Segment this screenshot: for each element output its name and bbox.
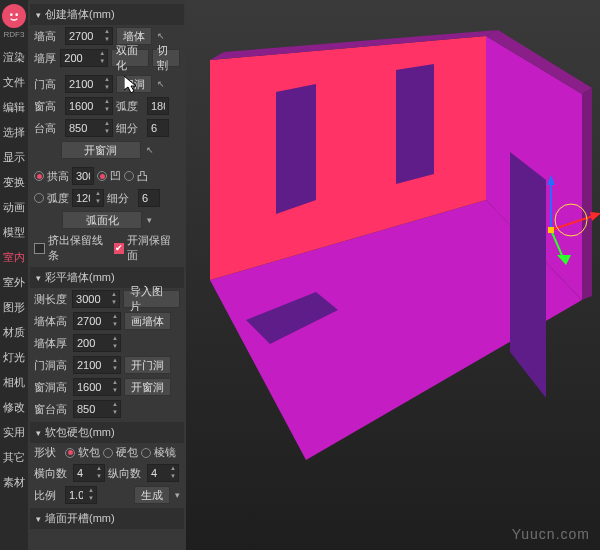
- sill-spinner[interactable]: ▲▼: [65, 119, 113, 137]
- nav-file[interactable]: 文件: [3, 70, 25, 95]
- picker-icon[interactable]: ↖: [157, 31, 165, 41]
- app-logo-label: RDF3: [4, 30, 25, 39]
- open-window-button[interactable]: 开窗洞: [61, 141, 141, 159]
- sill2-label: 窗台高: [34, 402, 70, 417]
- wnh-label: 窗洞高: [34, 380, 70, 395]
- soft-radio[interactable]: 软包: [65, 445, 100, 460]
- len-input[interactable]: [73, 293, 109, 305]
- dh-label: 门洞高: [34, 358, 70, 373]
- seg-input[interactable]: [148, 122, 168, 134]
- arch-h-spinner[interactable]: [72, 167, 94, 185]
- dropdown-icon[interactable]: ▾: [175, 490, 180, 500]
- cut-button[interactable]: 切割: [152, 49, 180, 67]
- nav-interior[interactable]: 室内: [3, 245, 25, 270]
- nav-modify[interactable]: 修改: [3, 395, 25, 420]
- arc-face-button[interactable]: 弧面化: [62, 211, 142, 229]
- sill2-input[interactable]: [74, 403, 110, 415]
- nav-material[interactable]: 材质: [3, 320, 25, 345]
- up-arrow-icon[interactable]: ▲: [102, 28, 112, 36]
- arc2-spinner[interactable]: ▲▼: [72, 189, 104, 207]
- nav-anim[interactable]: 动画: [3, 195, 25, 220]
- nav-display[interactable]: 显示: [3, 145, 25, 170]
- ratio-spinner[interactable]: ▲▼: [65, 486, 97, 504]
- nav-assets[interactable]: 素材: [3, 470, 25, 495]
- section-soft[interactable]: ▾软包硬包(mm): [30, 422, 184, 443]
- svg-point-0: [10, 13, 13, 16]
- draw-wall-button[interactable]: 画墙体: [124, 312, 171, 330]
- 3d-viewport[interactable]: Yuucn.com: [186, 0, 600, 550]
- ratio-input[interactable]: [66, 489, 86, 501]
- section-title: 创建墙体(mm): [45, 7, 115, 22]
- nav-model[interactable]: 模型: [3, 220, 25, 245]
- import-image-button[interactable]: 导入图片: [123, 290, 180, 308]
- concave-radio[interactable]: 凹: [97, 169, 121, 184]
- prism-radio[interactable]: 棱镜: [141, 445, 176, 460]
- win-h-input[interactable]: [66, 100, 102, 112]
- open-door-button[interactable]: 开门洞: [124, 356, 171, 374]
- arc-spinner[interactable]: [147, 97, 169, 115]
- seg2-spinner[interactable]: [138, 189, 160, 207]
- arc-radio[interactable]: 弧度: [34, 191, 69, 206]
- arc2-input[interactable]: [73, 192, 93, 204]
- sill2-spinner[interactable]: ▲▼: [73, 400, 121, 418]
- section-slot[interactable]: ▾墙面开槽(mm): [30, 508, 184, 529]
- len-spinner[interactable]: ▲▼: [72, 290, 120, 308]
- seg2-input[interactable]: [139, 192, 159, 204]
- door-h-spinner[interactable]: ▲▼: [65, 75, 113, 93]
- hard-radio[interactable]: 硬包: [103, 445, 138, 460]
- picker-icon[interactable]: ↖: [146, 145, 154, 155]
- chevron-down-icon: ▾: [36, 514, 41, 524]
- dh-input[interactable]: [74, 359, 110, 371]
- chevron-down-icon: ▾: [36, 10, 41, 20]
- vcnt-input[interactable]: [148, 467, 168, 479]
- picker-icon[interactable]: ↖: [157, 79, 165, 89]
- extrude-keep-checkbox[interactable]: 挤出保留线条: [34, 233, 111, 263]
- vcnt-spinner[interactable]: ▲▼: [147, 464, 179, 482]
- dh-spinner[interactable]: ▲▼: [73, 356, 121, 374]
- wt-input[interactable]: [74, 337, 110, 349]
- nav-other[interactable]: 其它: [3, 445, 25, 470]
- wall-height-input[interactable]: [66, 30, 102, 42]
- nav-edit[interactable]: 编辑: [3, 95, 25, 120]
- sill-input[interactable]: [66, 122, 102, 134]
- hcnt-input[interactable]: [74, 467, 94, 479]
- nav-transform[interactable]: 变换: [3, 170, 25, 195]
- door-button[interactable]: 门洞: [116, 75, 152, 93]
- watermark: Yuucn.com: [512, 526, 590, 542]
- wall-height-spinner[interactable]: ▲▼: [65, 27, 113, 45]
- section-create-wall[interactable]: ▾创建墙体(mm): [30, 4, 184, 25]
- wnh-spinner[interactable]: ▲▼: [73, 378, 121, 396]
- nav-render[interactable]: 渲染: [3, 45, 25, 70]
- wall-thick-input[interactable]: [61, 52, 97, 64]
- open-window-button2[interactable]: 开窗洞: [124, 378, 171, 396]
- hcnt-spinner[interactable]: ▲▼: [73, 464, 105, 482]
- ratio-label: 比例: [34, 488, 62, 503]
- wh-input[interactable]: [74, 315, 110, 327]
- open-keep-checkbox[interactable]: ✔开洞保留面: [114, 233, 180, 263]
- wt-spinner[interactable]: ▲▼: [73, 334, 121, 352]
- generate-button[interactable]: 生成: [134, 486, 170, 504]
- win-h-spinner[interactable]: ▲▼: [65, 97, 113, 115]
- seg-spinner[interactable]: [147, 119, 169, 137]
- nav-util[interactable]: 实用: [3, 420, 25, 445]
- door-h-input[interactable]: [66, 78, 102, 90]
- arch-radio[interactable]: 拱高: [34, 169, 69, 184]
- wnh-input[interactable]: [74, 381, 110, 393]
- wh-spinner[interactable]: ▲▼: [73, 312, 121, 330]
- convex-radio[interactable]: 凸: [124, 169, 148, 184]
- wall-thick-spinner[interactable]: ▲▼: [60, 49, 108, 67]
- nav-select[interactable]: 选择: [3, 120, 25, 145]
- move-gizmo-icon[interactable]: [526, 175, 600, 265]
- nav-shape[interactable]: 图形: [3, 295, 25, 320]
- app-logo-icon: [2, 4, 26, 28]
- double-face-button[interactable]: 双面化: [111, 49, 148, 67]
- nav-exterior[interactable]: 室外: [3, 270, 25, 295]
- arch-h-input[interactable]: [73, 170, 93, 182]
- arc-input[interactable]: [148, 100, 168, 112]
- down-arrow-icon[interactable]: ▼: [102, 36, 112, 44]
- svg-marker-17: [557, 255, 571, 265]
- wall-thick-label: 墙厚: [34, 51, 57, 66]
- nav-camera[interactable]: 相机: [3, 370, 25, 395]
- nav-light[interactable]: 灯光: [3, 345, 25, 370]
- dropdown-icon[interactable]: ▾: [147, 215, 152, 225]
